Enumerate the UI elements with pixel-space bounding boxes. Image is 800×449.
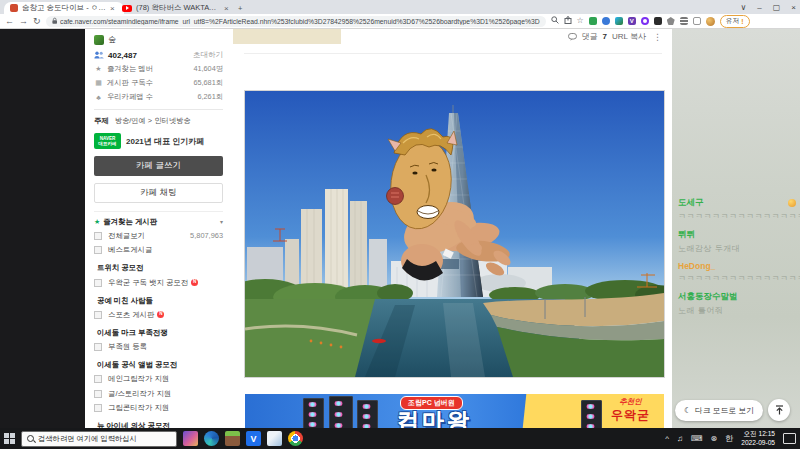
menu-item-label: 부족원 등록 <box>108 343 147 351</box>
tab-title: 숨창고 송도다이브 - ㅇㅇㅇㅇ <box>22 3 106 13</box>
scroll-to-top-button[interactable] <box>768 399 790 421</box>
topic-label: 주제 <box>94 116 109 125</box>
cafe-stat-row[interactable]: ▦ 게시판 구독수 65,681회 <box>94 78 223 88</box>
tab-search-chevron-icon[interactable]: ∨ <box>740 3 746 12</box>
sidebar-menu-item[interactable]: 베스트게시글 <box>94 243 223 257</box>
profile-chip[interactable]: 유저 ! <box>720 15 750 28</box>
start-button[interactable] <box>4 433 15 444</box>
cafe-stat-row[interactable]: ★ 즐겨찾는 멤버 41,604명 <box>94 64 223 74</box>
naver-badge: NAVER 대표카페 <box>94 133 121 149</box>
ad-banner[interactable]: 조립PC 넘버원 컴마왕 추천인 우왁굳 <box>245 394 664 429</box>
chevron-down-icon: ▾ <box>220 219 223 226</box>
stat-value: 6,261회 <box>197 92 223 102</box>
stat-icon: ▦ <box>94 79 103 87</box>
article-main: 댓글 7 URL 복사 ⋮ <box>232 29 672 429</box>
windows-taskbar: 검색하려면 여기에 입력하십시 V ^ ♫ ⌨ ⊗ 한 오전 12:15 202… <box>0 428 800 449</box>
game-app-icon[interactable] <box>183 431 198 446</box>
extension-icon-1[interactable] <box>589 17 597 25</box>
bookmark-star-icon[interactable]: ☆ <box>577 17 584 25</box>
chrome-icon[interactable] <box>288 431 303 446</box>
manager-name: 숲 <box>108 34 116 45</box>
sidebar-menu-item[interactable]: 부족원 등록 <box>94 340 223 354</box>
menu-item-label: 전체글보기 <box>108 232 145 240</box>
reload-icon[interactable]: ↻ <box>33 17 41 26</box>
media-tray-icon[interactable]: ♫ <box>677 434 683 443</box>
system-tray: ^ ♫ ⌨ ⊗ 한 오전 12:15 2022-09-05 <box>665 430 796 448</box>
browser-tab-active[interactable]: 숨창고 송도다이브 - ㅇㅇㅇㅇ × <box>4 2 124 14</box>
sidebar-menu-item[interactable]: ★ 즐겨찾는 게시판 ▾ <box>94 211 223 229</box>
taskbar-search[interactable]: 검색하려면 여기에 입력하십시 <box>21 431 177 447</box>
action-center-icon[interactable] <box>783 433 796 444</box>
cafe-chat-button[interactable]: 카페 채팅 <box>94 183 223 203</box>
article-image[interactable] <box>245 91 664 377</box>
tab-title: (78) 왁타버스 WAKTAVERSE - Y <box>136 3 220 13</box>
new-tab-button[interactable]: + <box>232 2 254 14</box>
extension-icon-v[interactable]: V <box>628 17 636 25</box>
minecraft-icon[interactable] <box>225 431 240 446</box>
article-header-actions: 댓글 7 URL 복사 ⋮ <box>568 31 662 42</box>
url-copy-button[interactable]: URL 복사 <box>612 31 646 42</box>
extension-icon-3[interactable] <box>615 17 623 25</box>
sidebar-menu-item[interactable]: 글/스토리작가 지원 <box>94 387 223 401</box>
favorite-star-icon: ★ <box>94 218 100 226</box>
sidebar-menu-item[interactable]: 공예 미친 사람들 <box>94 294 223 308</box>
browser-tab-strip: 숨창고 송도다이브 - ㅇㅇㅇㅇ × (78) 왁타버스 WAKTAVERSE … <box>0 0 800 14</box>
back-icon[interactable]: ← <box>5 17 14 26</box>
extensions-puzzle-icon[interactable] <box>667 17 675 25</box>
keyboard-tray-icon[interactable]: ⌨ <box>691 434 703 443</box>
chat-username: 도세구 <box>678 197 704 209</box>
maximize-button[interactable]: ▢ <box>773 3 781 12</box>
address-bar[interactable]: cafe.naver.com/steamindiegame/iframe_url… <box>46 16 546 27</box>
browser-tab-youtube[interactable]: (78) 왁타버스 WAKTAVERSE - Y × <box>116 2 240 14</box>
profile-avatar[interactable] <box>706 17 715 26</box>
share-icon[interactable] <box>564 16 572 26</box>
sidebar-menu-item[interactable]: 이세돌 공식 앨범 공모전 <box>94 358 223 372</box>
taskbar-clock[interactable]: 오전 12:15 2022-09-05 <box>741 430 775 448</box>
extension-icon-4[interactable] <box>641 17 649 25</box>
hidden-icons-chevron[interactable]: ^ <box>665 434 669 443</box>
reading-list-icon[interactable] <box>680 17 688 25</box>
divider <box>244 53 662 54</box>
cafe-stat-row[interactable]: ♣ 우리카페앱 수 6,261회 <box>94 92 223 102</box>
more-menu-icon[interactable]: ⋮ <box>653 32 662 42</box>
invite-link[interactable]: 초대하기 <box>193 50 223 60</box>
cafe-manager-row[interactable]: 숲 <box>94 34 223 45</box>
sidebar-menu-item[interactable]: 우왁굳 구독 뱃지 공모전 N <box>94 276 223 290</box>
stat-icon: ★ <box>94 65 103 73</box>
tab-favicon <box>10 4 18 12</box>
stat-value: 41,604명 <box>193 64 223 74</box>
sidebar-menu-item[interactable]: 이세돌 마크 부족전쟁 <box>94 326 223 340</box>
clock-time: 오전 12:15 <box>741 430 775 439</box>
extension-icon-2[interactable] <box>602 17 610 25</box>
minimize-button[interactable]: – <box>757 3 761 12</box>
browser-toolbar: ← → ↻ cafe.naver.com/steamindiegame/ifra… <box>0 14 800 28</box>
tray-app-icon[interactable]: ⊗ <box>711 434 718 443</box>
menu-item-label: 메인그림작가 지원 <box>108 375 169 383</box>
clock-date: 2022-09-05 <box>741 439 775 448</box>
extension-icon-5[interactable] <box>654 17 662 25</box>
sidebar-menu-item[interactable]: 그림콘티작가 지원 <box>94 401 223 415</box>
edge-icon[interactable] <box>204 431 219 446</box>
v-app-icon[interactable]: V <box>246 431 261 446</box>
sidebar-menu-item[interactable]: 트위치 공모전 <box>94 261 223 275</box>
tab-close-icon[interactable]: × <box>224 4 229 13</box>
tab-close-icon[interactable]: × <box>110 4 115 13</box>
forward-icon[interactable]: → <box>19 17 28 26</box>
search-icon[interactable] <box>551 16 559 26</box>
topic-value[interactable]: 방송/연예 > 인터넷방송 <box>115 116 191 125</box>
close-button[interactable]: × <box>791 3 796 12</box>
sidebar-menu-item[interactable]: 스포츠 게시판 N <box>94 308 223 322</box>
menu-item-label: 그림콘티작가 지원 <box>108 404 169 412</box>
sidebar-menu-item[interactable]: 메인그림작가 지원 <box>94 372 223 386</box>
comment-label[interactable]: 댓글 <box>582 31 598 42</box>
dark-mode-button[interactable]: ☾ 다크 모드로 보기 <box>675 400 763 421</box>
cafe-sidebar: 숲 402,487 초대하기 ★ 즐겨찾는 멤버 41,604명 ▦ 게시판 구… <box>85 29 232 429</box>
cafe-write-button[interactable]: 카페 글쓰기 <box>94 156 223 176</box>
viewer-app-icon[interactable] <box>267 431 282 446</box>
menu-item-label: 글/스토리작가 지원 <box>108 390 171 398</box>
naver-badge-line2: 대표카페 <box>98 141 116 146</box>
sidebar-menu-item[interactable]: 전체글보기 5,807,963 <box>94 229 223 243</box>
side-panel-icon[interactable] <box>693 17 701 25</box>
page-body: 숲 402,487 초대하기 ★ 즐겨찾는 멤버 41,604명 ▦ 게시판 구… <box>0 28 800 428</box>
ime-indicator[interactable]: 한 <box>725 433 733 444</box>
